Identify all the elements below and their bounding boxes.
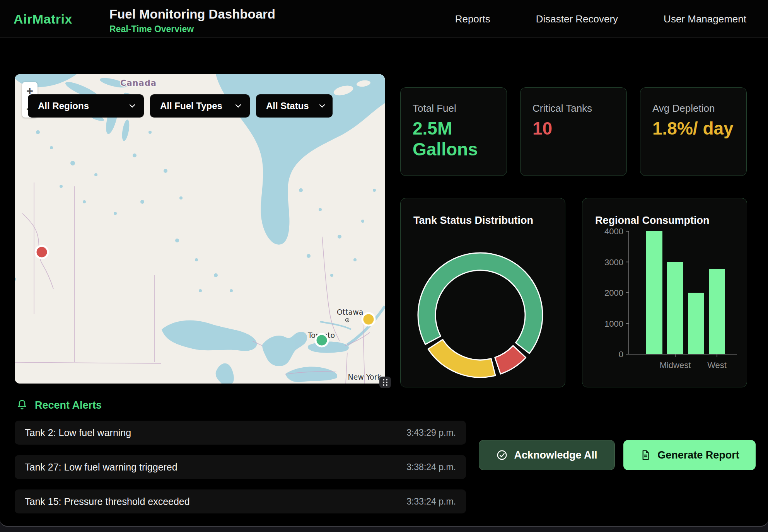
donut-segment	[495, 346, 526, 374]
dashboard-root: AirMatrix Fuel Monitoring Dashboard Real…	[0, 0, 768, 527]
generate-report-button[interactable]: Generate Report	[623, 440, 756, 470]
acknowledge-all-button[interactable]: Acknowledge All	[479, 440, 615, 470]
status-filter-value: All Status	[266, 101, 309, 111]
page-title: Fuel Monitoring Dashboard	[109, 7, 275, 22]
stat-value-total-fuel: 2.5M Gallons	[413, 118, 495, 160]
donut-segment	[418, 253, 543, 353]
map-label-ottawa: Ottawa	[337, 308, 364, 316]
nav-user-management[interactable]: User Management	[664, 13, 746, 25]
report-document-icon	[640, 449, 651, 461]
bell-icon	[16, 399, 28, 411]
svg-text:4000: 4000	[604, 227, 623, 236]
region-filter-value: All Regions	[38, 101, 89, 111]
svg-text:West: West	[707, 360, 727, 370]
alerts-header: Recent Alerts	[16, 399, 102, 411]
stat-label: Critical Tanks	[532, 102, 592, 114]
map-filters: All Regions All Fuel Types All Status	[28, 94, 333, 118]
fuel-map[interactable]: Canada Ottawa Toronto New York + − All R…	[15, 74, 385, 384]
alert-message: Tank 27: Low fuel warning triggered	[25, 462, 177, 473]
header: AirMatrix Fuel Monitoring Dashboard Real…	[0, 0, 768, 38]
svg-text:Midwest: Midwest	[660, 360, 691, 370]
alert-row: Tank 27: Low fuel warning triggered 3:38…	[15, 455, 466, 479]
app-logo: AirMatrix	[14, 12, 72, 27]
main-nav: Reports Disaster Recovery User Managemen…	[455, 0, 746, 38]
stat-label: Total Fuel	[413, 102, 456, 114]
tank-marker-normal[interactable]	[316, 334, 328, 346]
regional-consumption-card: Regional Consumption 01000200030004000Mi…	[582, 198, 747, 387]
svg-text:3000: 3000	[604, 257, 623, 267]
chevron-down-icon	[319, 104, 325, 108]
stat-label: Avg Depletion	[652, 102, 715, 114]
regional-consumption-bar-chart: 01000200030004000MidwestWest	[582, 222, 748, 388]
nav-disaster-recovery[interactable]: Disaster Recovery	[536, 13, 618, 25]
bar-region-1	[646, 231, 662, 354]
map-label-canada: Canada	[120, 78, 157, 88]
alert-time: 3:33:24 p.m.	[406, 496, 456, 507]
tank-marker-critical[interactable]	[36, 246, 48, 258]
alert-message: Tank 15: Pressure threshold exceeded	[25, 496, 190, 507]
fuel-type-filter-select[interactable]: All Fuel Types	[150, 94, 250, 118]
stat-card-critical-tanks: Critical Tanks 10	[520, 87, 627, 176]
generate-report-label: Generate Report	[657, 449, 739, 461]
donut-segment	[428, 339, 495, 377]
status-filter-select[interactable]: All Status	[256, 94, 333, 118]
chevron-down-icon	[129, 104, 135, 108]
svg-text:1000: 1000	[604, 319, 623, 329]
alerts-title: Recent Alerts	[35, 399, 102, 411]
alert-time: 3:43:29 p.m.	[406, 428, 456, 438]
svg-text:2000: 2000	[604, 288, 623, 298]
tank-marker-warning[interactable]	[362, 313, 375, 326]
region-filter-select[interactable]: All Regions	[28, 94, 144, 118]
check-circle-icon	[496, 449, 508, 461]
chevron-down-icon	[235, 104, 241, 108]
tank-status-donut-chart	[401, 198, 566, 388]
stat-value-critical-tanks: 10	[532, 118, 615, 139]
alert-row: Tank 15: Pressure threshold exceeded 3:3…	[15, 489, 466, 513]
fuel-type-filter-value: All Fuel Types	[160, 101, 222, 111]
bar-Midwest	[667, 262, 683, 355]
bar-region-3	[688, 293, 704, 354]
alert-message: Tank 2: Low fuel warning	[25, 427, 131, 438]
alert-time: 3:38:24 p.m.	[406, 462, 456, 472]
page-subtitle: Real-Time Overview	[109, 24, 194, 34]
stat-card-avg-depletion: Avg Depletion 1.8%/ day	[640, 87, 747, 176]
tank-status-card: Tank Status Distribution	[400, 198, 565, 387]
map-canvas: Canada Ottawa Toronto New York	[15, 74, 385, 384]
stat-value-avg-depletion: 1.8%/ day	[652, 118, 735, 139]
stat-card-total-fuel: Total Fuel 2.5M Gallons	[400, 87, 507, 176]
nav-reports[interactable]: Reports	[455, 13, 490, 25]
svg-text:0: 0	[619, 350, 623, 359]
alert-row: Tank 2: Low fuel warning 3:43:29 p.m.	[15, 421, 466, 445]
map-resize-handle[interactable]	[379, 377, 391, 388]
bar-West	[709, 269, 725, 354]
acknowledge-all-label: Acknowledge All	[514, 449, 597, 461]
map-label-newyork: New York	[348, 373, 381, 381]
